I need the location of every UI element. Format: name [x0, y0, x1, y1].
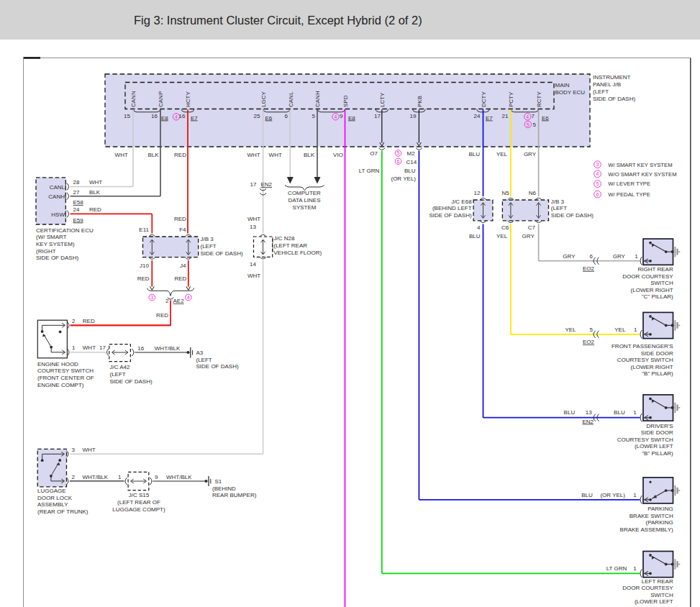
svg-text:BLU: BLU [404, 168, 416, 174]
svg-text:WHT/BLK: WHT/BLK [166, 474, 192, 480]
svg-text:24: 24 [73, 206, 80, 213]
svg-text:4: 4 [335, 114, 337, 119]
svg-text:17: 17 [374, 113, 381, 119]
svg-text:25: 25 [254, 113, 260, 119]
svg-text:1: 1 [118, 474, 122, 480]
svg-text:9: 9 [340, 113, 343, 119]
svg-text:SIDE OF DASH): SIDE OF DASH) [36, 255, 78, 261]
svg-text:RED: RED [137, 275, 150, 282]
svg-text:2: 2 [72, 474, 76, 480]
svg-text:24: 24 [474, 113, 481, 119]
svg-text:CANH: CANH [314, 91, 321, 107]
svg-text:1: 1 [634, 327, 637, 333]
svg-text:27: 27 [73, 189, 80, 196]
svg-text:(RIGHT: (RIGHT [36, 248, 56, 255]
svg-text:17: 17 [99, 344, 106, 351]
svg-text:WHT: WHT [83, 344, 96, 351]
svg-text:WHT: WHT [247, 216, 260, 222]
svg-text:LCTY: LCTY [379, 92, 386, 107]
svg-text:C6: C6 [501, 224, 509, 231]
svg-text:J/C N28: J/C N28 [274, 235, 295, 242]
svg-text:YEL: YEL [614, 327, 626, 333]
svg-text:SWITCH: SWITCH [650, 592, 673, 598]
svg-text:1: 1 [635, 253, 638, 260]
svg-text:SIDE OF DASH): SIDE OF DASH) [201, 250, 243, 257]
svg-text:E7: E7 [486, 115, 493, 122]
svg-text:(PARKING: (PARKING [646, 519, 673, 526]
svg-text:5: 5 [397, 150, 400, 155]
svg-text:4: 4 [477, 224, 481, 231]
svg-text:BLK: BLK [147, 152, 159, 158]
svg-text:COMPUTER: COMPUTER [288, 190, 321, 196]
svg-text:15: 15 [124, 113, 130, 119]
svg-text:6: 6 [596, 192, 599, 197]
svg-text:J/B 3: J/B 3 [551, 198, 565, 205]
svg-text:ENGINE HOOD: ENGINE HOOD [37, 361, 78, 368]
svg-text:(LEFT: (LEFT [201, 243, 217, 250]
svg-text:12: 12 [474, 190, 481, 196]
svg-text:BLU: BLU [564, 409, 576, 416]
svg-text:LT GRN: LT GRN [606, 565, 627, 572]
svg-text:(LEFT: (LEFT [551, 205, 567, 211]
svg-text:WHT/BLK: WHT/BLK [83, 474, 109, 480]
svg-text:(LEFT: (LEFT [593, 88, 609, 95]
svg-text:F4: F4 [179, 227, 186, 233]
svg-text:SWITCH: SWITCH [650, 280, 673, 286]
svg-text:SIDE OF DASH): SIDE OF DASH) [196, 363, 239, 370]
svg-text:1: 1 [633, 409, 637, 416]
svg-text:J4: J4 [180, 263, 186, 269]
svg-text:(LOWER RIGHT: (LOWER RIGHT [631, 364, 673, 370]
svg-text:GRY: GRY [563, 253, 576, 260]
svg-text:N6: N6 [529, 190, 537, 196]
svg-text:DOOR COURTESY: DOOR COURTESY [622, 585, 673, 591]
svg-text:13: 13 [586, 409, 592, 416]
svg-text:Fig 3: Instrument Cluster Circ: Fig 3: Instrument Cluster Circuit, Excep… [134, 14, 422, 27]
svg-text:INSTRUMENT: INSTRUMENT [593, 74, 631, 81]
svg-text:16: 16 [137, 345, 144, 352]
svg-text:16: 16 [179, 113, 186, 119]
svg-text:"B" PILLAR): "B" PILLAR) [642, 450, 673, 457]
svg-text:BLK: BLK [304, 152, 315, 158]
svg-text:E6: E6 [265, 115, 273, 122]
svg-text:6: 6 [397, 159, 400, 164]
svg-text:4: 4 [526, 114, 529, 119]
svg-text:COURTESY SWITCH: COURTESY SWITCH [37, 368, 94, 374]
svg-text:HCTY: HCTY [185, 91, 191, 107]
svg-text:5: 5 [527, 122, 529, 127]
svg-text:3: 3 [150, 295, 153, 300]
svg-text:DCTY: DCTY [481, 91, 487, 107]
svg-text:EO2: EO2 [583, 265, 595, 272]
svg-text:VEHICLE FLOOR): VEHICLE FLOOR) [274, 250, 322, 256]
svg-text:SIDE DOOR: SIDE DOOR [641, 350, 673, 357]
svg-text:(OR YEL): (OR YEL) [391, 175, 416, 182]
svg-text:BRAKE ASSEMBLY): BRAKE ASSEMBLY) [620, 526, 673, 533]
svg-text:CANL: CANL [288, 91, 294, 107]
svg-text:YEL: YEL [496, 233, 508, 239]
svg-text:1: 1 [633, 565, 637, 572]
svg-text:6: 6 [590, 253, 594, 260]
svg-text:EN2: EN2 [261, 181, 273, 188]
svg-text:(LEFT: (LEFT [196, 357, 212, 363]
svg-text:RED: RED [89, 206, 101, 213]
svg-text:COURTESY SWITCH: COURTESY SWITCH [617, 437, 673, 443]
svg-text:DOOR LOCK: DOOR LOCK [37, 495, 73, 501]
svg-text:BODY ECU: BODY ECU [555, 89, 586, 96]
svg-text:ASSEMBLY: ASSEMBLY [37, 501, 68, 508]
svg-text:16: 16 [151, 113, 158, 119]
svg-text:17: 17 [250, 181, 257, 188]
svg-text:(W/ SMART: (W/ SMART [36, 234, 67, 240]
svg-text:"C" PILLAR): "C" PILLAR) [642, 293, 673, 300]
svg-text:SIDE OF DASH): SIDE OF DASH) [110, 378, 153, 385]
svg-text:BLU: BLU [469, 233, 481, 239]
svg-text:YEL: YEL [565, 327, 576, 333]
svg-text:21: 21 [502, 113, 509, 119]
svg-text:CANH: CANH [48, 193, 65, 200]
svg-text:W/O SMART KEY SYSTEM: W/O SMART KEY SYSTEM [608, 171, 676, 178]
svg-text:LUGGAGE: LUGGAGE [37, 488, 66, 494]
svg-text:(OR YEL): (OR YEL) [600, 492, 625, 498]
svg-text:REAR BUMPER): REAR BUMPER) [212, 492, 257, 498]
svg-text:YEL: YEL [496, 151, 508, 158]
svg-text:RED: RED [174, 216, 186, 222]
svg-text:E58: E58 [73, 199, 84, 206]
svg-text:(LOWER RIGHT: (LOWER RIGHT [631, 287, 673, 293]
